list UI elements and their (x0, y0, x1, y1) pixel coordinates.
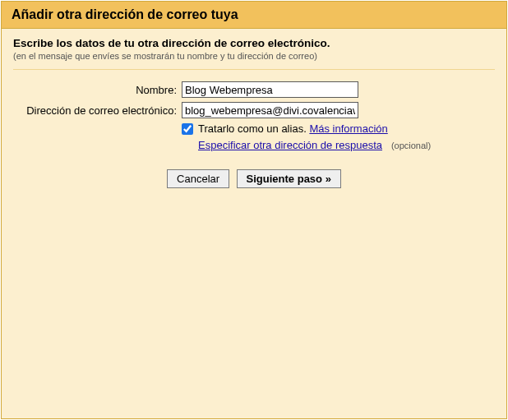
intro-subtext: (en el mensaje que envíes se mostrarán t… (13, 51, 495, 61)
alias-more-info-link[interactable]: Más información (309, 122, 387, 135)
name-label: Nombre: (13, 84, 182, 96)
name-input[interactable] (182, 81, 358, 98)
dialog-content: Escribe los datos de tu otra dirección d… (2, 29, 506, 196)
reply-address-link[interactable]: Especificar otra dirección de respuesta (198, 139, 382, 151)
next-step-button[interactable]: Siguiente paso » (237, 169, 341, 188)
reply-optional-text: (opcional) (391, 141, 431, 150)
reply-row: Especificar otra dirección de respuesta … (198, 139, 495, 151)
alias-text: Tratarlo como un alias. (198, 122, 307, 135)
name-row: Nombre: (13, 81, 495, 98)
email-label: Dirección de correo electrónico: (13, 104, 182, 117)
alias-checkbox[interactable] (182, 123, 193, 135)
intro-text: Escribe los datos de tu otra dirección d… (13, 37, 495, 49)
cancel-button[interactable]: Cancelar (167, 169, 229, 188)
email-input[interactable] (182, 102, 358, 118)
divider (13, 69, 495, 70)
button-row: Cancelar Siguiente paso » (13, 169, 495, 188)
alias-row: Tratarlo como un alias. Más información (182, 122, 495, 135)
dialog-window: Añadir otra dirección de correo tuya Esc… (1, 1, 507, 419)
dialog-title: Añadir otra dirección de correo tuya (2, 2, 506, 29)
email-row: Dirección de correo electrónico: (13, 102, 495, 118)
